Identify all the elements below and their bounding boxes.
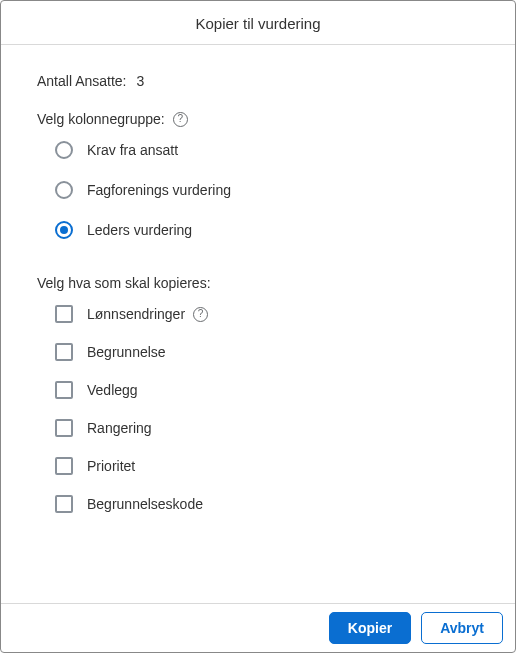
checkbox-label: Rangering xyxy=(87,420,152,436)
checkbox-label: Begrunnelse xyxy=(87,344,166,360)
radio-label: Leders vurdering xyxy=(87,222,192,238)
checkbox-vedlegg[interactable]: Vedlegg xyxy=(55,381,479,399)
copy-to-evaluation-dialog: Kopier til vurdering Antall Ansatte: 3 V… xyxy=(0,0,516,653)
checkbox-label: Prioritet xyxy=(87,458,135,474)
employees-label: Antall Ansatte: xyxy=(37,73,127,89)
copy-items-section-label: Velg hva som skal kopieres: xyxy=(37,275,479,291)
checkbox-icon xyxy=(55,381,73,399)
checkbox-label: Begrunnelseskode xyxy=(87,496,203,512)
checkbox-label-wrap: Lønnsendringer ? xyxy=(87,306,208,322)
checkbox-icon xyxy=(55,457,73,475)
help-icon[interactable]: ? xyxy=(173,112,188,127)
radio-option-krav-fra-ansatt[interactable]: Krav fra ansatt xyxy=(55,141,479,159)
checkbox-icon xyxy=(55,495,73,513)
cancel-button[interactable]: Avbryt xyxy=(421,612,503,644)
checkbox-label: Vedlegg xyxy=(87,382,138,398)
radio-icon xyxy=(55,181,73,199)
checkbox-rangering[interactable]: Rangering xyxy=(55,419,479,437)
dialog-body: Antall Ansatte: 3 Velg kolonnegruppe: ? … xyxy=(1,45,515,603)
checkbox-icon xyxy=(55,343,73,361)
help-icon[interactable]: ? xyxy=(193,307,208,322)
radio-label: Krav fra ansatt xyxy=(87,142,178,158)
column-group-label-text: Velg kolonnegruppe: xyxy=(37,111,165,127)
checkbox-icon xyxy=(55,419,73,437)
column-group-radio-group: Krav fra ansatt Fagforenings vurdering L… xyxy=(37,141,479,239)
checkbox-begrunnelseskode[interactable]: Begrunnelseskode xyxy=(55,495,479,513)
radio-option-leders-vurdering[interactable]: Leders vurdering xyxy=(55,221,479,239)
radio-icon xyxy=(55,141,73,159)
dialog-title: Kopier til vurdering xyxy=(1,15,515,32)
dialog-header: Kopier til vurdering xyxy=(1,1,515,45)
radio-dot-icon xyxy=(60,226,68,234)
checkbox-begrunnelse[interactable]: Begrunnelse xyxy=(55,343,479,361)
copy-button[interactable]: Kopier xyxy=(329,612,411,644)
dialog-footer: Kopier Avbryt xyxy=(1,603,515,652)
radio-label: Fagforenings vurdering xyxy=(87,182,231,198)
employees-value: 3 xyxy=(137,73,145,89)
radio-icon xyxy=(55,221,73,239)
checkbox-lonnsendringer[interactable]: Lønnsendringer ? xyxy=(55,305,479,323)
employees-row: Antall Ansatte: 3 xyxy=(37,73,479,89)
checkbox-label: Lønnsendringer xyxy=(87,306,185,322)
radio-option-fagforenings-vurdering[interactable]: Fagforenings vurdering xyxy=(55,181,479,199)
checkbox-prioritet[interactable]: Prioritet xyxy=(55,457,479,475)
copy-items-label-text: Velg hva som skal kopieres: xyxy=(37,275,211,291)
copy-items-checkbox-group: Lønnsendringer ? Begrunnelse Vedlegg Ran… xyxy=(37,305,479,513)
column-group-section-label: Velg kolonnegruppe: ? xyxy=(37,111,479,127)
checkbox-icon xyxy=(55,305,73,323)
